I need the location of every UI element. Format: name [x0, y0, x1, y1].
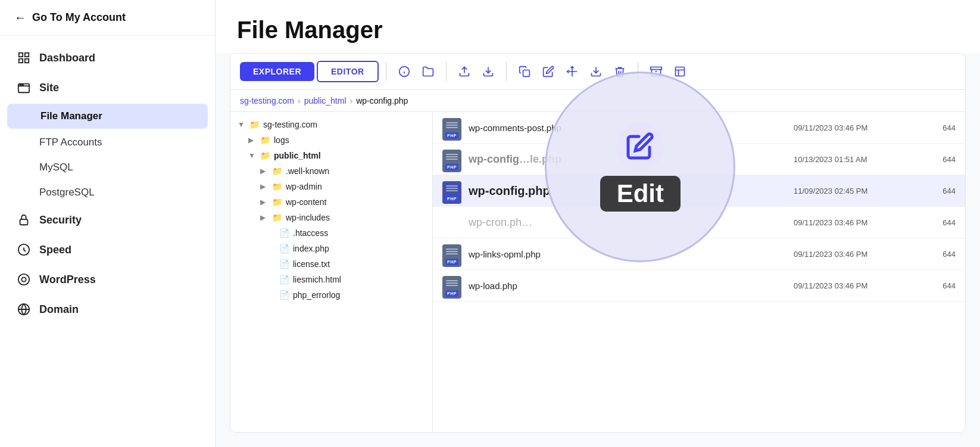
- tree-item-label: public_html: [274, 151, 321, 160]
- copy-button[interactable]: [514, 61, 535, 82]
- toolbar-divider-4: [638, 62, 638, 81]
- sidebar-item-speed[interactable]: Speed: [0, 235, 215, 265]
- svg-rect-2: [19, 59, 23, 63]
- tree-item-php-errorlog[interactable]: 📄 php_errorlog: [230, 287, 432, 303]
- tree-item-label: wp-includes: [286, 213, 330, 222]
- tree-item-index-php[interactable]: 📄 index.php: [230, 241, 432, 256]
- file-manager-label: File Manager: [40, 110, 102, 122]
- tree-item-label: wp-admin: [286, 182, 322, 191]
- delete-button[interactable]: [609, 61, 631, 82]
- sidebar-navigation: Dashboard Site File Manager FTP Accounts…: [0, 36, 215, 331]
- sidebar-item-file-manager[interactable]: File Manager: [7, 104, 208, 129]
- postgresql-label: PostgreSQL: [39, 187, 95, 198]
- site-label: Site: [39, 82, 59, 94]
- file-row[interactable]: PHP wp-load.php 09/11/2023 03:46 PM 644: [433, 270, 965, 302]
- chevron-right-icon: ▶: [260, 167, 269, 175]
- info-button[interactable]: [394, 61, 415, 82]
- explorer-tab[interactable]: EXPLORER: [240, 62, 314, 81]
- sidebar-item-ftp-accounts[interactable]: FTP Accounts: [0, 130, 215, 155]
- php-file-icon: PHP: [442, 181, 461, 200]
- sidebar-top: ← Go To My Account: [0, 0, 215, 36]
- go-to-account-link[interactable]: ← Go To My Account: [14, 11, 201, 24]
- file-perms: 644: [920, 250, 956, 259]
- chevron-right-icon: ▶: [248, 136, 257, 144]
- sidebar-item-wordpress[interactable]: WordPress: [0, 265, 215, 294]
- tree-item-wp-includes[interactable]: ▶ 📁 wp-includes: [230, 210, 432, 225]
- folder-closed-icon: 📁: [272, 182, 282, 191]
- chevron-right-icon: ▶: [260, 182, 269, 191]
- upload-button[interactable]: [454, 61, 475, 82]
- file-name: wp-config.php: [469, 184, 787, 198]
- ftp-accounts-label: FTP Accounts: [39, 136, 102, 148]
- file-date: 09/11/2023 03:46 PM: [794, 123, 913, 132]
- grid-icon: [17, 51, 31, 65]
- sidebar-item-mysql[interactable]: MySQL: [0, 155, 215, 180]
- file-row[interactable]: PHP wp-comments-post.php 09/11/2023 03:4…: [433, 112, 965, 144]
- file-name: wp-cron.ph…: [469, 216, 787, 229]
- tree-item-logs[interactable]: ▶ 📁 logs: [230, 132, 432, 148]
- tree-item-liesmich-html[interactable]: 📄 liesmich.html: [230, 272, 432, 287]
- breadcrumb-root[interactable]: sg-testing.com: [240, 96, 294, 105]
- file-date: 09/11/2023 03:46 PM: [794, 218, 913, 227]
- domain-label: Domain: [39, 303, 79, 316]
- folder-open-icon: 📁: [249, 120, 260, 129]
- tree-item-label: wp-content: [286, 197, 326, 207]
- archive-button[interactable]: [645, 61, 667, 82]
- php-file-icon: PHP: [442, 150, 461, 169]
- tree-item-public-html[interactable]: ▼ 📁 public_html: [230, 148, 432, 163]
- folder-open-icon: 📁: [260, 151, 270, 160]
- lock-icon: [17, 213, 31, 227]
- download2-button[interactable]: [585, 61, 607, 82]
- extract-button[interactable]: [669, 61, 691, 82]
- main-content: File Manager EXPLORER EDITOR: [216, 0, 980, 447]
- tree-item-label: sg-testing.com: [263, 120, 317, 129]
- sidebar-item-postgresql[interactable]: PostgreSQL: [0, 180, 215, 205]
- tree-item-label: liesmich.html: [293, 275, 341, 284]
- file-row[interactable]: wp-cron.ph… 09/11/2023 03:46 PM 644: [433, 207, 965, 238]
- tree-item-htaccess[interactable]: 📄 .htaccess: [230, 225, 432, 241]
- tree-item-sg-testing[interactable]: ▼ 📁 sg-testing.com: [230, 117, 432, 132]
- tree-item-label: php_errorlog: [293, 290, 340, 300]
- tree-item-wp-admin[interactable]: ▶ 📁 wp-admin: [230, 179, 432, 194]
- file-row-selected[interactable]: PHP wp-config.php 11/09/2023 02:45 PM 64…: [433, 175, 965, 207]
- file-icon: 📄: [279, 259, 289, 269]
- tree-item-label: logs: [274, 135, 289, 145]
- file-icon: 📄: [279, 228, 289, 238]
- speed-icon: [17, 243, 31, 257]
- tree-item-wp-content[interactable]: ▶ 📁 wp-content: [230, 194, 432, 210]
- rename-button[interactable]: [538, 61, 559, 82]
- php-file-icon: [442, 213, 461, 232]
- toolbar-divider-2: [446, 62, 447, 81]
- breadcrumb-parent[interactable]: public_html: [304, 96, 347, 105]
- file-row[interactable]: PHP wp-config…le.php 10/13/2023 01:51 AM…: [433, 144, 965, 175]
- file-date: 09/11/2023 03:46 PM: [794, 250, 913, 259]
- sidebar-item-domain[interactable]: Domain: [0, 294, 215, 324]
- chevron-right-icon: ▶: [260, 213, 269, 222]
- file-perms: 644: [920, 123, 956, 132]
- sidebar-item-site[interactable]: Site: [0, 73, 215, 103]
- move-button[interactable]: [561, 61, 583, 82]
- file-list: PHP wp-comments-post.php 09/11/2023 03:4…: [433, 112, 965, 432]
- tree-item-license-txt[interactable]: 📄 license.txt: [230, 256, 432, 272]
- file-date: 09/11/2023 03:46 PM: [794, 281, 913, 290]
- toolbar-divider-1: [386, 62, 386, 81]
- wordpress-label: WordPress: [39, 274, 96, 286]
- php-file-icon: PHP: [442, 118, 461, 137]
- page-header: File Manager: [216, 0, 980, 53]
- tree-item-label: index.php: [293, 244, 329, 253]
- file-perms: 644: [920, 187, 956, 195]
- sidebar-item-dashboard[interactable]: Dashboard: [0, 43, 215, 73]
- tree-item-well-known[interactable]: ▶ 📁 .well-known: [230, 163, 432, 179]
- editor-tab[interactable]: EDITOR: [317, 61, 379, 82]
- sidebar-item-security[interactable]: Security: [0, 205, 215, 235]
- breadcrumb-sep-1: ›: [298, 96, 301, 105]
- breadcrumb-sep-2: ›: [350, 96, 353, 105]
- new-folder-button[interactable]: [417, 61, 439, 82]
- site-icon: [17, 80, 31, 95]
- download-button[interactable]: [477, 61, 499, 82]
- dashboard-label: Dashboard: [39, 52, 95, 64]
- file-row[interactable]: PHP wp-links-opml.php 09/11/2023 03:46 P…: [433, 238, 965, 270]
- sidebar: ← Go To My Account Dashboard: [0, 0, 216, 447]
- svg-point-9: [18, 274, 29, 285]
- file-icon: 📄: [279, 290, 289, 300]
